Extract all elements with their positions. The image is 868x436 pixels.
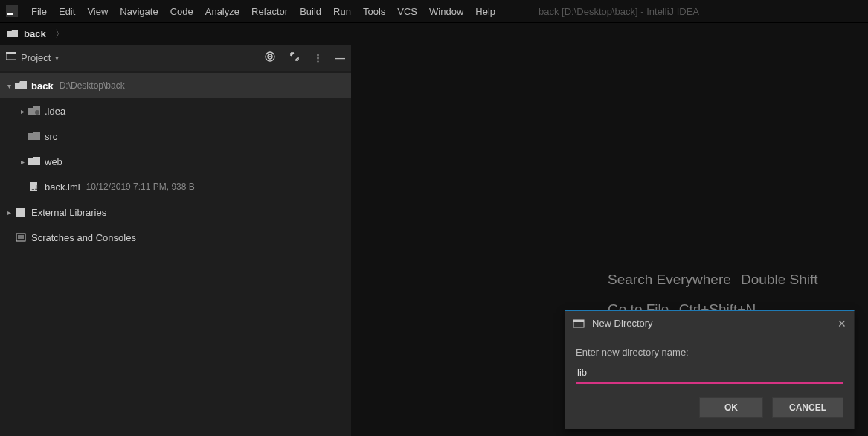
svg-rect-17 bbox=[573, 320, 584, 322]
svg-rect-13 bbox=[16, 234, 25, 241]
tree-item-label: src bbox=[45, 131, 57, 142]
menu-build[interactable]: Build bbox=[294, 6, 327, 17]
library-icon bbox=[15, 207, 27, 217]
chevron-right-icon[interactable]: ▸ bbox=[16, 107, 28, 115]
svg-point-7 bbox=[35, 110, 39, 115]
menu-refactor[interactable]: Refactor bbox=[245, 6, 294, 17]
tree-item-meta: 10/12/2019 7:11 PM, 938 B bbox=[86, 182, 195, 192]
project-tree: ▾ back D:\Desktop\back ▸ .idea src bbox=[0, 71, 351, 436]
tree-item-label: Scratches and Consoles bbox=[31, 232, 136, 243]
tree-row-scratches[interactable]: Scratches and Consoles bbox=[0, 225, 351, 250]
folder-icon bbox=[28, 156, 40, 167]
cancel-button[interactable]: CANCEL bbox=[772, 397, 843, 418]
project-panel-header: Project ▾ ⋮ — bbox=[0, 45, 351, 71]
folder-icon bbox=[7, 30, 18, 39]
window-title: back [D:\Desktop\back] - IntelliJ IDEA bbox=[539, 6, 699, 17]
minimize-panel-icon[interactable]: — bbox=[335, 52, 345, 63]
target-icon[interactable] bbox=[264, 51, 276, 65]
menu-run[interactable]: Run bbox=[327, 6, 357, 17]
dialog-prompt: Enter new directory name: bbox=[576, 347, 843, 358]
svg-text:IJ: IJ bbox=[31, 185, 39, 191]
chevron-right-icon: 〉 bbox=[55, 28, 65, 41]
tree-item-path: D:\Desktop\back bbox=[60, 80, 125, 91]
file-icon: IJ bbox=[28, 182, 40, 192]
breadcrumb-root[interactable]: back bbox=[24, 28, 46, 39]
chevron-down-icon[interactable]: ▾ bbox=[3, 82, 15, 90]
dialog-title-text: New Directory bbox=[592, 318, 653, 329]
tree-row[interactable]: src bbox=[0, 124, 351, 149]
svg-point-6 bbox=[269, 56, 271, 57]
tree-row-root[interactable]: ▾ back D:\Desktop\back bbox=[0, 73, 351, 98]
tree-row[interactable]: IJ back.iml 10/12/2019 7:11 PM, 938 B bbox=[0, 174, 351, 199]
menu-file[interactable]: File bbox=[25, 6, 53, 17]
menu-help[interactable]: Help bbox=[469, 6, 501, 17]
dialog-titlebar: New Directory ✕ bbox=[565, 311, 854, 336]
app-logo-icon bbox=[6, 5, 18, 17]
collapse-all-icon[interactable] bbox=[289, 51, 300, 64]
breadcrumb: back 〉 bbox=[0, 22, 868, 45]
directory-icon bbox=[573, 318, 585, 330]
menu-navigate[interactable]: Navigate bbox=[114, 6, 164, 17]
menu-view[interactable]: View bbox=[81, 6, 114, 17]
svg-rect-11 bbox=[19, 208, 22, 217]
folder-icon bbox=[28, 106, 40, 116]
tree-item-label: .idea bbox=[45, 106, 65, 117]
directory-name-input[interactable] bbox=[576, 364, 843, 384]
menubar: File Edit View Navigate Code Analyze Ref… bbox=[0, 0, 868, 22]
folder-icon bbox=[15, 80, 27, 91]
project-panel-title[interactable]: Project bbox=[21, 52, 51, 63]
svg-rect-10 bbox=[16, 208, 19, 217]
menu-analyze[interactable]: Analyze bbox=[199, 6, 245, 17]
chevron-right-icon[interactable]: ▸ bbox=[16, 158, 28, 166]
tree-item-label: back bbox=[31, 80, 54, 92]
hint-search-key: Double Shift bbox=[741, 272, 818, 287]
close-icon[interactable]: ✕ bbox=[838, 318, 846, 330]
tree-row[interactable]: ▸ .idea bbox=[0, 98, 351, 124]
tree-row-external-libraries[interactable]: ▸ External Libraries bbox=[0, 199, 351, 225]
svg-rect-1 bbox=[7, 13, 13, 15]
menu-vcs[interactable]: VCS bbox=[391, 6, 423, 17]
more-icon[interactable]: ⋮ bbox=[313, 52, 322, 63]
project-sidebar: Project ▾ ⋮ — ▾ back D:\De bbox=[0, 45, 351, 436]
tree-item-label: web bbox=[45, 156, 62, 167]
menu-code[interactable]: Code bbox=[164, 6, 199, 17]
hint-search-label: Search Everywhere bbox=[608, 272, 731, 287]
scratches-icon bbox=[15, 232, 27, 243]
tree-item-label: back.iml bbox=[45, 182, 80, 193]
chevron-right-icon[interactable]: ▸ bbox=[3, 208, 15, 217]
ok-button[interactable]: OK bbox=[699, 397, 763, 418]
project-view-icon bbox=[6, 52, 16, 63]
chevron-down-icon[interactable]: ▾ bbox=[55, 54, 59, 62]
menu-edit[interactable]: Edit bbox=[53, 6, 81, 17]
new-directory-dialog: New Directory ✕ Enter new directory name… bbox=[565, 310, 855, 429]
menu-tools[interactable]: Tools bbox=[357, 6, 391, 17]
tree-row[interactable]: ▸ web bbox=[0, 149, 351, 174]
menu-window[interactable]: Window bbox=[423, 6, 469, 17]
tree-item-label: External Libraries bbox=[31, 207, 106, 218]
folder-icon bbox=[28, 131, 40, 141]
svg-rect-0 bbox=[6, 5, 18, 17]
svg-rect-12 bbox=[22, 208, 25, 217]
svg-rect-3 bbox=[6, 52, 16, 54]
